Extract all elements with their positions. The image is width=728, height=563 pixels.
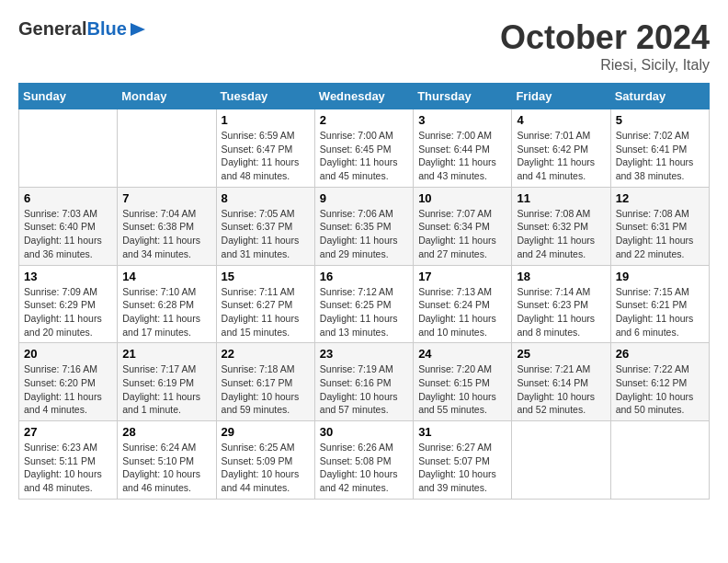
day-info: Sunrise: 7:14 AM Sunset: 6:23 PM Dayligh… xyxy=(517,285,605,339)
day-number: 22 xyxy=(222,347,310,361)
weekday-header-wednesday: Wednesday xyxy=(314,84,413,109)
month-title: October 2024 xyxy=(500,18,710,57)
day-number: 7 xyxy=(122,191,210,205)
calendar-week-row: 13Sunrise: 7:09 AM Sunset: 6:29 PM Dayli… xyxy=(19,265,710,343)
day-number: 28 xyxy=(122,425,210,439)
location-subtitle: Riesi, Sicily, Italy xyxy=(500,57,710,74)
calendar-cell: 29Sunrise: 6:25 AM Sunset: 5:09 PM Dayli… xyxy=(216,421,314,500)
calendar-cell: 24Sunrise: 7:20 AM Sunset: 6:15 PM Dayli… xyxy=(414,343,512,421)
calendar-cell: 13Sunrise: 7:09 AM Sunset: 6:29 PM Dayli… xyxy=(19,265,118,343)
day-number: 11 xyxy=(517,191,605,205)
day-number: 4 xyxy=(517,113,605,127)
calendar-cell: 15Sunrise: 7:11 AM Sunset: 6:27 PM Dayli… xyxy=(216,265,314,343)
day-number: 31 xyxy=(418,425,506,439)
calendar-cell xyxy=(19,109,118,188)
calendar-cell: 26Sunrise: 7:22 AM Sunset: 6:12 PM Dayli… xyxy=(610,343,709,421)
day-info: Sunrise: 7:16 AM Sunset: 6:20 PM Dayligh… xyxy=(24,362,112,417)
calendar-table: SundayMondayTuesdayWednesdayThursdayFrid… xyxy=(18,83,710,500)
day-info: Sunrise: 7:18 AM Sunset: 6:17 PM Dayligh… xyxy=(222,362,310,417)
calendar-cell: 9Sunrise: 7:06 AM Sunset: 6:35 PM Daylig… xyxy=(314,187,413,265)
weekday-header-tuesday: Tuesday xyxy=(216,84,314,109)
day-info: Sunrise: 7:08 AM Sunset: 6:31 PM Dayligh… xyxy=(616,207,704,261)
day-info: Sunrise: 7:10 AM Sunset: 6:28 PM Dayligh… xyxy=(122,285,210,339)
day-info: Sunrise: 6:24 AM Sunset: 5:10 PM Dayligh… xyxy=(122,441,210,495)
calendar-cell: 20Sunrise: 7:16 AM Sunset: 6:20 PM Dayli… xyxy=(19,343,118,421)
day-info: Sunrise: 7:02 AM Sunset: 6:41 PM Dayligh… xyxy=(616,129,704,183)
weekday-header-sunday: Sunday xyxy=(19,84,118,109)
calendar-cell: 27Sunrise: 6:23 AM Sunset: 5:11 PM Dayli… xyxy=(19,421,118,500)
svg-marker-0 xyxy=(131,23,145,36)
calendar-cell xyxy=(512,421,610,500)
day-info: Sunrise: 7:13 AM Sunset: 6:24 PM Dayligh… xyxy=(418,285,506,339)
day-number: 2 xyxy=(320,113,408,127)
calendar-cell: 22Sunrise: 7:18 AM Sunset: 6:17 PM Dayli… xyxy=(216,343,314,421)
calendar-cell: 1Sunrise: 6:59 AM Sunset: 6:47 PM Daylig… xyxy=(216,109,314,188)
logo-blue: Blue xyxy=(86,18,126,40)
day-info: Sunrise: 7:03 AM Sunset: 6:40 PM Dayligh… xyxy=(24,207,112,261)
day-info: Sunrise: 7:21 AM Sunset: 6:14 PM Dayligh… xyxy=(517,362,605,417)
calendar-cell: 28Sunrise: 6:24 AM Sunset: 5:10 PM Dayli… xyxy=(118,421,216,500)
day-info: Sunrise: 6:26 AM Sunset: 5:08 PM Dayligh… xyxy=(320,441,408,495)
title-section: October 2024 Riesi, Sicily, Italy xyxy=(500,18,710,74)
day-info: Sunrise: 7:04 AM Sunset: 6:38 PM Dayligh… xyxy=(122,207,210,261)
calendar-cell: 25Sunrise: 7:21 AM Sunset: 6:14 PM Dayli… xyxy=(512,343,610,421)
day-number: 17 xyxy=(418,270,506,283)
day-number: 1 xyxy=(222,113,310,127)
day-number: 24 xyxy=(418,347,506,361)
day-number: 12 xyxy=(616,191,704,205)
calendar-cell: 30Sunrise: 6:26 AM Sunset: 5:08 PM Dayli… xyxy=(314,421,413,500)
day-info: Sunrise: 7:15 AM Sunset: 6:21 PM Dayligh… xyxy=(616,285,704,339)
day-number: 19 xyxy=(616,270,704,283)
day-info: Sunrise: 6:27 AM Sunset: 5:07 PM Dayligh… xyxy=(418,441,506,495)
day-info: Sunrise: 7:17 AM Sunset: 6:19 PM Dayligh… xyxy=(122,362,210,417)
day-number: 16 xyxy=(320,270,408,283)
day-number: 9 xyxy=(320,191,408,205)
weekday-header-thursday: Thursday xyxy=(414,84,512,109)
calendar-cell: 14Sunrise: 7:10 AM Sunset: 6:28 PM Dayli… xyxy=(118,265,216,343)
day-number: 21 xyxy=(122,347,210,361)
day-info: Sunrise: 6:25 AM Sunset: 5:09 PM Dayligh… xyxy=(222,441,310,495)
day-number: 3 xyxy=(418,113,506,127)
calendar-cell: 16Sunrise: 7:12 AM Sunset: 6:25 PM Dayli… xyxy=(314,265,413,343)
calendar-cell: 7Sunrise: 7:04 AM Sunset: 6:38 PM Daylig… xyxy=(118,187,216,265)
day-number: 25 xyxy=(517,347,605,361)
calendar-cell: 11Sunrise: 7:08 AM Sunset: 6:32 PM Dayli… xyxy=(512,187,610,265)
day-number: 26 xyxy=(616,347,704,361)
day-info: Sunrise: 6:59 AM Sunset: 6:47 PM Dayligh… xyxy=(222,129,310,183)
day-number: 5 xyxy=(616,113,704,127)
day-number: 20 xyxy=(24,347,112,361)
day-info: Sunrise: 6:23 AM Sunset: 5:11 PM Dayligh… xyxy=(24,441,112,495)
calendar-week-row: 27Sunrise: 6:23 AM Sunset: 5:11 PM Dayli… xyxy=(19,421,710,500)
calendar-cell: 19Sunrise: 7:15 AM Sunset: 6:21 PM Dayli… xyxy=(610,265,709,343)
logo-arrow-icon xyxy=(127,19,147,40)
day-number: 30 xyxy=(320,425,408,439)
day-number: 6 xyxy=(24,191,112,205)
calendar-cell: 3Sunrise: 7:00 AM Sunset: 6:44 PM Daylig… xyxy=(414,109,512,188)
day-number: 15 xyxy=(222,270,310,283)
day-info: Sunrise: 7:00 AM Sunset: 6:45 PM Dayligh… xyxy=(320,129,408,183)
day-info: Sunrise: 7:06 AM Sunset: 6:35 PM Dayligh… xyxy=(320,207,408,261)
calendar-cell: 8Sunrise: 7:05 AM Sunset: 6:37 PM Daylig… xyxy=(216,187,314,265)
day-number: 18 xyxy=(517,270,605,283)
logo-general: General xyxy=(18,18,86,40)
calendar-week-row: 20Sunrise: 7:16 AM Sunset: 6:20 PM Dayli… xyxy=(19,343,710,421)
day-info: Sunrise: 7:19 AM Sunset: 6:16 PM Dayligh… xyxy=(320,362,408,417)
day-number: 8 xyxy=(222,191,310,205)
calendar-week-row: 1Sunrise: 6:59 AM Sunset: 6:47 PM Daylig… xyxy=(19,109,710,188)
day-number: 14 xyxy=(122,270,210,283)
day-number: 27 xyxy=(24,425,112,439)
weekday-header-friday: Friday xyxy=(512,84,610,109)
day-number: 13 xyxy=(24,270,112,283)
day-info: Sunrise: 7:07 AM Sunset: 6:34 PM Dayligh… xyxy=(418,207,506,261)
calendar-cell: 10Sunrise: 7:07 AM Sunset: 6:34 PM Dayli… xyxy=(414,187,512,265)
day-info: Sunrise: 7:08 AM Sunset: 6:32 PM Dayligh… xyxy=(517,207,605,261)
calendar-cell: 5Sunrise: 7:02 AM Sunset: 6:41 PM Daylig… xyxy=(610,109,709,188)
day-info: Sunrise: 7:12 AM Sunset: 6:25 PM Dayligh… xyxy=(320,285,408,339)
weekday-header-monday: Monday xyxy=(118,84,216,109)
calendar-cell: 4Sunrise: 7:01 AM Sunset: 6:42 PM Daylig… xyxy=(512,109,610,188)
calendar-cell: 21Sunrise: 7:17 AM Sunset: 6:19 PM Dayli… xyxy=(118,343,216,421)
day-info: Sunrise: 7:00 AM Sunset: 6:44 PM Dayligh… xyxy=(418,129,506,183)
logo: General Blue xyxy=(18,18,147,40)
calendar-cell: 12Sunrise: 7:08 AM Sunset: 6:31 PM Dayli… xyxy=(610,187,709,265)
calendar-cell: 2Sunrise: 7:00 AM Sunset: 6:45 PM Daylig… xyxy=(314,109,413,188)
